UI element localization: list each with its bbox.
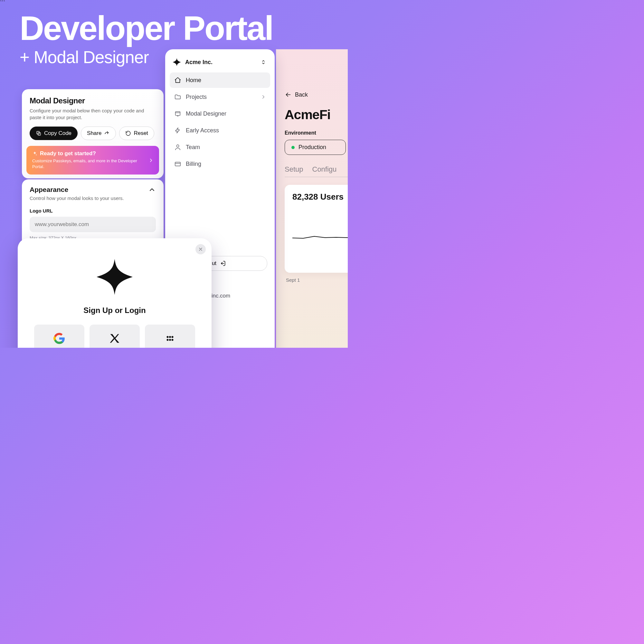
sidebar-item-label: Modal Designer [186, 110, 226, 117]
modal-designer-title: Modal Designer [30, 96, 156, 105]
sidebar-item-early-access[interactable]: Early Access [170, 123, 270, 138]
home-icon [174, 77, 181, 84]
close-button[interactable] [195, 244, 206, 254]
svg-point-6 [169, 336, 171, 338]
back-button[interactable]: Back [285, 91, 348, 98]
sidebar-item-modal-designer[interactable]: Modal Designer [170, 106, 270, 121]
reset-icon [125, 130, 131, 136]
provider-google[interactable] [34, 325, 84, 348]
cta-subtitle: Customize Passkeys, emails, and more in … [32, 158, 138, 169]
chevrons-up-down-icon [260, 59, 266, 66]
environment-value: Production [298, 144, 326, 151]
copy-code-label: Copy Code [44, 130, 71, 137]
dashboard-tabs: Setup Configu [285, 165, 348, 177]
folder-icon [174, 93, 181, 100]
sidebar-item-label: Team [186, 144, 200, 151]
sparkle-icon [32, 151, 37, 156]
users-stat-card: 82,328 Users [285, 185, 348, 273]
logo-url-label: Logo URL [30, 208, 156, 213]
close-icon [198, 247, 203, 252]
chevron-right-icon [260, 94, 266, 100]
svg-point-3 [176, 145, 179, 147]
environment-selector[interactable]: Production [285, 140, 346, 155]
project-title: AcmeFi [285, 107, 348, 122]
chevron-right-icon [148, 157, 154, 163]
svg-point-8 [167, 339, 169, 341]
modal-designer-description: Configure your modal below then copy you… [30, 107, 156, 121]
sidebar-item-billing[interactable]: Billing [170, 156, 270, 172]
login-modal-preview: Sign Up or Login [18, 238, 212, 348]
copy-code-button[interactable]: Copy Code [30, 127, 78, 140]
share-button[interactable]: Share [81, 127, 116, 140]
org-name: Acme Inc. [185, 59, 213, 66]
appearance-card: Appearance Control how your modal looks … [22, 179, 164, 248]
org-logo-icon [172, 58, 181, 67]
modal-icon [174, 110, 181, 117]
card-icon [174, 160, 181, 167]
collapse-chevron-up-icon[interactable] [148, 186, 156, 194]
users-stat-value: 82,328 Users [292, 192, 348, 202]
brand-star-icon [97, 259, 133, 295]
provider-other[interactable] [145, 325, 195, 348]
arrow-left-icon [285, 91, 292, 98]
share-label: Share [87, 130, 101, 137]
get-started-cta[interactable]: Ready to get started? Customize Passkeys… [26, 146, 159, 175]
login-title: Sign Up or Login [18, 306, 212, 315]
svg-rect-4 [175, 162, 181, 166]
logout-label: ut [212, 260, 216, 267]
environment-label: Environment [285, 130, 348, 136]
bolt-icon [174, 127, 181, 134]
sidebar-item-label: Home [186, 77, 201, 84]
reset-label: Reset [134, 130, 148, 137]
sidebar-nav: Home Projects Modal Designer Early Acces… [170, 72, 270, 172]
svg-point-5 [167, 336, 169, 338]
svg-point-7 [172, 336, 174, 338]
hero-title: Developer Portal [20, 11, 273, 46]
sidebar-item-projects[interactable]: Projects [170, 89, 270, 105]
svg-point-10 [172, 339, 174, 341]
sidebar-item-home[interactable]: Home [170, 72, 270, 88]
tab-setup[interactable]: Setup [285, 165, 303, 174]
sidebar-item-label: Projects [186, 94, 207, 100]
svg-rect-2 [175, 112, 180, 116]
appearance-description: Control how your modal looks to your use… [30, 195, 156, 201]
google-icon [53, 333, 65, 344]
copy-icon [36, 130, 42, 136]
sidebar-item-label: Billing [186, 161, 201, 167]
user-icon [174, 144, 181, 151]
chart-x-tick: Sept 1 [286, 277, 348, 283]
svg-point-9 [169, 339, 171, 341]
logo-url-input[interactable] [30, 217, 156, 232]
back-label: Back [295, 91, 308, 98]
grid-dots-icon [164, 333, 176, 344]
cta-title: Ready to get started? [40, 150, 96, 157]
provider-x[interactable] [90, 325, 140, 348]
modal-designer-card: Modal Designer Configure your modal belo… [22, 89, 164, 178]
reset-button[interactable]: Reset [119, 127, 154, 140]
sidebar-item-team[interactable]: Team [170, 139, 270, 155]
users-sparkline [292, 231, 348, 244]
dashboard-panel: Back AcmeFi Environment Production Setup… [276, 49, 348, 348]
share-icon [104, 130, 110, 136]
logout-icon [220, 260, 226, 267]
appearance-title: Appearance [30, 186, 68, 194]
sidebar-user-email: rinc.com [210, 293, 230, 299]
tab-configuration[interactable]: Configu [312, 165, 337, 174]
x-icon [109, 333, 120, 344]
status-dot-icon [291, 146, 295, 149]
org-switcher[interactable]: Acme Inc. [170, 56, 270, 67]
sidebar-item-label: Early Access [186, 127, 219, 134]
